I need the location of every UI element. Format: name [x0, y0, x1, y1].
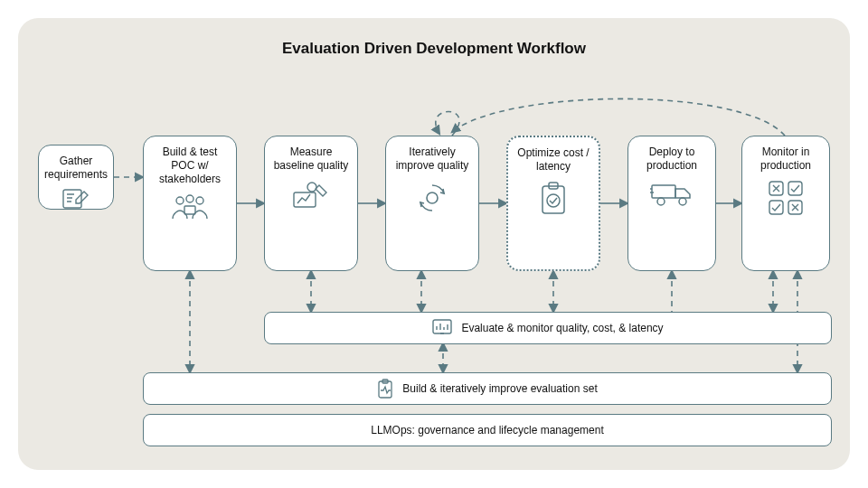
diagram-title: Evaluation Driven Development Workflow [18, 40, 850, 58]
svg-rect-30 [769, 201, 783, 214]
stage-poc: Build & test POC w/ stakeholders [143, 136, 237, 271]
svg-point-21 [427, 192, 438, 203]
svg-point-27 [679, 198, 686, 205]
bar-chart-icon [432, 319, 452, 337]
stage-label: Iteratively improve quality [392, 145, 473, 173]
stage-label: Monitor in production [748, 145, 824, 173]
clipboard-pulse-icon [377, 379, 393, 399]
refresh-icon [392, 180, 473, 216]
band-evaluate: Evaluate & monitor quality, cost, & late… [264, 312, 832, 344]
stage-monitor: Monitor in production [741, 136, 830, 271]
stage-label: Gather requirements [44, 155, 108, 182]
svg-rect-32 [433, 320, 451, 333]
stage-label: Build & test POC w/ stakeholders [149, 145, 231, 186]
stage-label: Measure baseline quality [270, 145, 352, 173]
chart-pencil-icon [270, 180, 352, 211]
svg-rect-14 [63, 190, 81, 208]
stage-gather: Gather requirements [38, 145, 114, 210]
svg-point-16 [196, 197, 203, 204]
dashboard-grid-icon [748, 180, 824, 216]
svg-rect-25 [652, 185, 675, 198]
svg-point-20 [307, 183, 316, 192]
band-label: Build & iteratively improve evaluation s… [402, 382, 597, 395]
svg-rect-29 [788, 182, 802, 195]
stage-label: Optimize cost / latency [514, 146, 593, 174]
team-icon [149, 193, 231, 222]
stage-deploy: Deploy to production [627, 136, 716, 271]
band-llmops: LLMOps: governance and lifecycle managem… [143, 414, 832, 446]
svg-rect-33 [379, 381, 392, 398]
pencil-note-icon [44, 189, 108, 211]
band-label: Evaluate & monitor quality, cost, & late… [461, 322, 663, 334]
svg-rect-22 [542, 186, 564, 213]
svg-point-24 [547, 194, 560, 207]
clipboard-check-icon [514, 181, 593, 215]
stage-iterate: Iteratively improve quality [385, 136, 479, 271]
svg-rect-18 [184, 206, 195, 214]
truck-icon [634, 180, 710, 207]
band-label: LLMOps: governance and lifecycle managem… [371, 424, 603, 436]
svg-point-15 [176, 197, 184, 204]
diagram-canvas: Evaluation Driven Development Workflow [18, 18, 850, 470]
stage-baseline: Measure baseline quality [264, 136, 358, 271]
svg-point-26 [657, 198, 665, 205]
stage-label: Deploy to production [634, 145, 710, 173]
band-evalset: Build & iteratively improve evaluation s… [143, 372, 832, 405]
svg-point-17 [186, 195, 193, 202]
stage-optimize: Optimize cost / latency [506, 136, 600, 271]
